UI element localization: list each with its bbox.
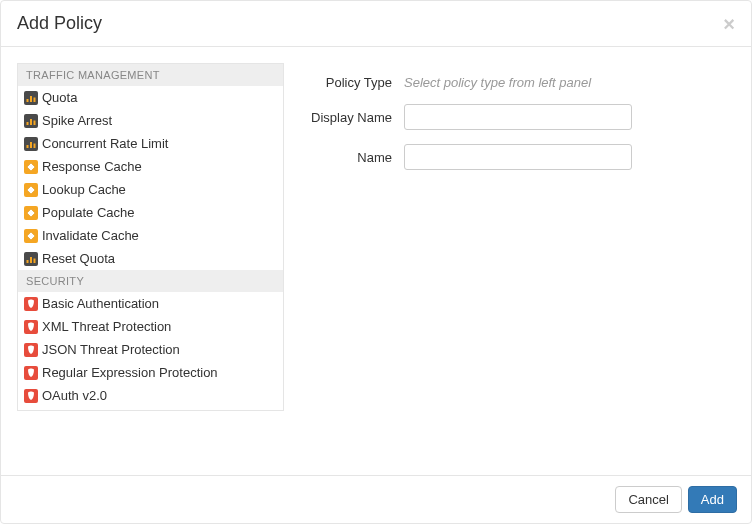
- policy-item-label: Lookup Cache: [42, 182, 126, 197]
- policy-form-panel: Policy Type Select policy type from left…: [300, 63, 735, 459]
- policy-item-label: Spike Arrest: [42, 113, 112, 128]
- policy-item[interactable]: Populate Cache: [18, 201, 283, 224]
- policy-item[interactable]: Quota: [18, 86, 283, 109]
- category-header: TRAFFIC MANAGEMENT: [18, 64, 283, 86]
- policy-item-label: Concurrent Rate Limit: [42, 136, 168, 151]
- modal-title: Add Policy: [17, 13, 102, 34]
- form-row-display-name: Display Name: [304, 104, 715, 130]
- policy-item[interactable]: Reset Quota: [18, 247, 283, 270]
- shield-icon: [24, 297, 38, 311]
- policy-item[interactable]: JSON Threat Protection: [18, 338, 283, 361]
- policy-item[interactable]: Lookup Cache: [18, 178, 283, 201]
- policy-item-label: Quota: [42, 90, 77, 105]
- policy-item-label: Populate Cache: [42, 205, 135, 220]
- form-row-name: Name: [304, 144, 715, 170]
- shield-icon: [24, 389, 38, 403]
- policy-item[interactable]: Basic Authentication: [18, 292, 283, 315]
- bars-icon: [24, 114, 38, 128]
- add-policy-modal: Add Policy × TRAFFIC MANAGEMENTQuotaSpik…: [0, 0, 752, 524]
- diamond-icon: [24, 160, 38, 174]
- policy-item-label: Basic Authentication: [42, 296, 159, 311]
- policy-item[interactable]: OAuth v2.0: [18, 384, 283, 407]
- policy-type-placeholder: Select policy type from left panel: [404, 75, 591, 90]
- modal-header: Add Policy ×: [1, 1, 751, 47]
- shield-icon: [24, 320, 38, 334]
- display-name-label: Display Name: [304, 110, 404, 125]
- policy-list-panel[interactable]: TRAFFIC MANAGEMENTQuotaSpike ArrestConcu…: [17, 63, 284, 411]
- policy-item[interactable]: Spike Arrest: [18, 109, 283, 132]
- display-name-input[interactable]: [404, 104, 632, 130]
- cancel-button[interactable]: Cancel: [615, 486, 681, 513]
- policy-type-label: Policy Type: [304, 75, 404, 90]
- policy-item[interactable]: Response Cache: [18, 155, 283, 178]
- policy-item-label: Response Cache: [42, 159, 142, 174]
- name-input[interactable]: [404, 144, 632, 170]
- diamond-icon: [24, 206, 38, 220]
- modal-body: TRAFFIC MANAGEMENTQuotaSpike ArrestConcu…: [1, 47, 751, 475]
- diamond-icon: [24, 229, 38, 243]
- name-label: Name: [304, 150, 404, 165]
- form-row-policy-type: Policy Type Select policy type from left…: [304, 75, 715, 90]
- category-header: SECURITY: [18, 270, 283, 292]
- policy-item[interactable]: Regular Expression Protection: [18, 361, 283, 384]
- shield-icon: [24, 366, 38, 380]
- diamond-icon: [24, 183, 38, 197]
- policy-item-label: JSON Threat Protection: [42, 342, 180, 357]
- bars-icon: [24, 91, 38, 105]
- policy-item-label: XML Threat Protection: [42, 319, 171, 334]
- bars-icon: [24, 137, 38, 151]
- bars-icon: [24, 252, 38, 266]
- policy-item-label: Reset Quota: [42, 251, 115, 266]
- policy-item-label: Regular Expression Protection: [42, 365, 218, 380]
- policy-item-label: OAuth v2.0: [42, 388, 107, 403]
- policy-item[interactable]: XML Threat Protection: [18, 315, 283, 338]
- close-icon[interactable]: ×: [723, 14, 735, 34]
- policy-item-label: Invalidate Cache: [42, 228, 139, 243]
- modal-footer: Cancel Add: [1, 475, 751, 523]
- policy-item[interactable]: Concurrent Rate Limit: [18, 132, 283, 155]
- policy-item[interactable]: Invalidate Cache: [18, 224, 283, 247]
- shield-icon: [24, 343, 38, 357]
- add-button[interactable]: Add: [688, 486, 737, 513]
